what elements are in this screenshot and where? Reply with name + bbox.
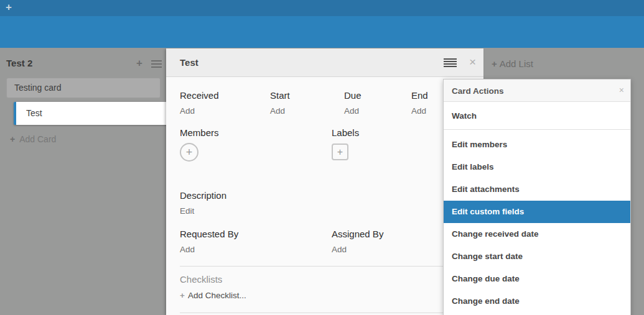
add-board-icon[interactable]: + (6, 1, 12, 14)
add-member-button[interactable]: + (180, 143, 198, 162)
menu-item-watch[interactable]: Watch (444, 102, 630, 130)
checklists-section: Checklists +Add Checklist... (180, 274, 246, 300)
field-start: Start Add (270, 90, 344, 116)
card-test-selected[interactable]: Test (14, 102, 169, 125)
field-received: Received Add (180, 90, 270, 116)
add-checklist-button[interactable]: +Add Checklist... (180, 291, 246, 300)
board-header-bar (0, 16, 644, 48)
card-actions-menu-title: Card Actions (452, 86, 504, 96)
requested-by-section: Requested By Add (180, 229, 332, 254)
add-requested-by-link[interactable]: Add (180, 245, 332, 254)
add-card-button[interactable]: +Add Card (10, 134, 56, 144)
members-labels-row: Members + Labels + (180, 127, 483, 162)
close-icon[interactable]: × (469, 55, 476, 69)
card-actions-menu-header: Card Actions × (444, 80, 630, 102)
date-fields-row: Received Add Start Add Due Add End Add (180, 90, 477, 116)
plus-icon: + (10, 134, 15, 144)
description-label: Description (180, 190, 226, 201)
menu-item-change-end-date[interactable]: Change end date (444, 290, 630, 313)
menu-item-change-received-date[interactable]: Change received date (444, 223, 630, 245)
menu-item-edit-custom-fields[interactable]: Edit custom fields (444, 201, 630, 223)
description-section: Description Edit (180, 190, 226, 216)
menu-item-change-due-date[interactable]: Change due date (444, 268, 630, 290)
add-card-label: Add Card (19, 134, 56, 144)
add-list-label: Add List (500, 58, 533, 69)
checklists-label: Checklists (180, 274, 246, 285)
card-testing-card[interactable]: Testing card (6, 78, 161, 98)
add-list-button[interactable]: +Add List (492, 58, 533, 69)
card-detail-body: Received Add Start Add Due Add End Add M… (166, 77, 483, 315)
members-label: Members (180, 127, 332, 138)
add-start-date-link[interactable]: Add (270, 106, 344, 116)
menu-item-change-start-date[interactable]: Change start date (444, 245, 630, 268)
card-detail-header: Test × (166, 48, 483, 77)
menu-item-edit-labels[interactable]: Edit labels (444, 156, 630, 178)
plus-icon: + (492, 58, 497, 69)
top-navigation-bar: + (0, 0, 644, 16)
section-divider (180, 266, 470, 267)
plus-icon: + (180, 291, 185, 300)
add-received-date-link[interactable]: Add (180, 106, 270, 116)
close-icon[interactable]: × (619, 85, 624, 95)
card-actions-menu-icon[interactable] (444, 58, 457, 68)
card-actions-menu: Card Actions × Watch Edit members Edit l… (443, 79, 631, 315)
field-due: Due Add (344, 90, 411, 116)
add-due-date-link[interactable]: Add (344, 106, 411, 116)
list-add-card-icon[interactable]: + (136, 57, 142, 70)
requested-assigned-row: Requested By Add Assigned By Add (180, 229, 483, 254)
menu-item-edit-members[interactable]: Edit members (444, 134, 630, 156)
list-menu-icon[interactable] (151, 60, 162, 70)
section-divider (180, 313, 470, 313)
menu-item-edit-attachments[interactable]: Edit attachments (444, 178, 630, 201)
field-label: Due (344, 90, 411, 101)
card-detail-panel: Test × Received Add Start Add Due Add En… (166, 48, 483, 315)
edit-description-link[interactable]: Edit (180, 206, 226, 216)
members-section: Members + (180, 127, 332, 162)
list-title[interactable]: Test 2 (6, 58, 32, 68)
field-label: Start (270, 90, 344, 101)
add-label-button[interactable]: + (332, 144, 348, 160)
requested-by-label: Requested By (180, 229, 332, 239)
field-label: Received (180, 90, 270, 101)
card-detail-title: Test (180, 57, 198, 68)
add-checklist-label: Add Checklist... (188, 291, 246, 300)
card-actions-menu-items: Edit members Edit labels Edit attachment… (444, 130, 630, 313)
